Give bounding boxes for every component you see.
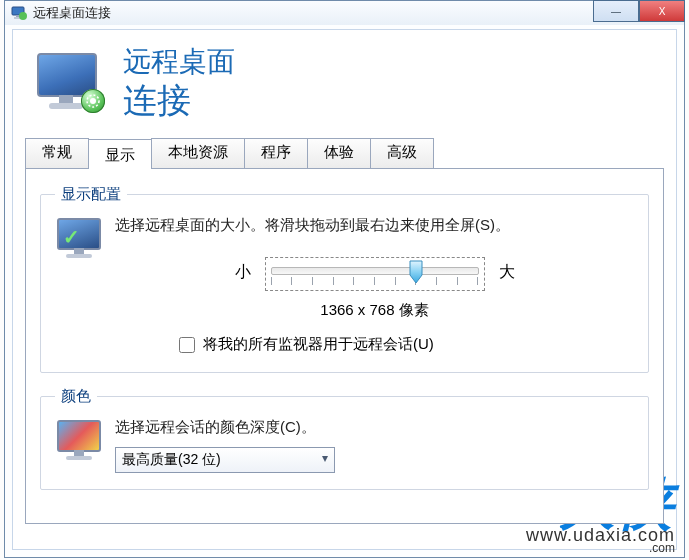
- color-depth-description: 选择远程会话的颜色深度(C)。: [115, 418, 634, 437]
- slider-max-label: 大: [499, 262, 515, 283]
- svg-point-4: [90, 98, 96, 104]
- color-depth-value: 最高质量(32 位): [122, 451, 221, 469]
- title-bar[interactable]: 远程桌面连接 — X: [5, 1, 684, 25]
- display-config-group: 显示配置 ✓ 选择远程桌面的大小。将滑块拖动到最右边来使用全屏(S)。 小: [40, 185, 649, 373]
- header-title-1: 远程桌面: [123, 44, 235, 79]
- tab-1[interactable]: 显示: [88, 139, 152, 169]
- color-monitor-icon: [55, 418, 103, 462]
- display-config-legend: 显示配置: [55, 185, 127, 204]
- all-monitors-checkbox-row[interactable]: 将我的所有监视器用于远程会话(U): [175, 334, 634, 356]
- color-depth-select[interactable]: 最高质量(32 位): [115, 447, 335, 473]
- tab-2[interactable]: 本地资源: [151, 138, 245, 168]
- tab-5[interactable]: 高级: [370, 138, 434, 168]
- client-area: 远程桌面 连接 常规显示本地资源程序体验高级 显示配置 ✓ 选择远程桌面的大小。…: [12, 29, 677, 550]
- tab-0[interactable]: 常规: [25, 138, 89, 168]
- tab-display-page: 显示配置 ✓ 选择远程桌面的大小。将滑块拖动到最右边来使用全屏(S)。 小: [25, 168, 664, 524]
- tab-3[interactable]: 程序: [244, 138, 308, 168]
- tab-bar: 常规显示本地资源程序体验高级: [25, 140, 664, 168]
- all-monitors-label: 将我的所有监视器用于远程会话(U): [203, 335, 434, 354]
- svg-point-3: [19, 12, 27, 20]
- window-frame: 远程桌面连接 — X 远程桌面 连接 常规显示本地资源程序体验高级: [4, 0, 685, 558]
- close-button[interactable]: X: [639, 0, 685, 22]
- display-size-description: 选择远程桌面的大小。将滑块拖动到最右边来使用全屏(S)。: [115, 216, 634, 235]
- resolution-text: 1366 x 768 像素: [115, 301, 634, 320]
- minimize-button[interactable]: —: [593, 0, 639, 22]
- resolution-slider[interactable]: [265, 253, 485, 293]
- slider-min-label: 小: [235, 262, 251, 283]
- slider-thumb[interactable]: [408, 259, 424, 285]
- connect-badge-icon: [81, 89, 105, 113]
- display-monitor-icon: ✓: [55, 216, 103, 260]
- remote-desktop-icon: [33, 51, 105, 115]
- header: 远程桌面 连接: [13, 30, 676, 140]
- header-title-2: 连接: [123, 79, 235, 122]
- window-title: 远程桌面连接: [33, 4, 111, 22]
- all-monitors-checkbox[interactable]: [179, 337, 195, 353]
- color-legend: 颜色: [55, 387, 97, 406]
- tab-4[interactable]: 体验: [307, 138, 371, 168]
- color-group: 颜色 选择远程会话的颜色深度(C)。 最高质量(32 位): [40, 387, 649, 490]
- app-icon: [11, 5, 27, 21]
